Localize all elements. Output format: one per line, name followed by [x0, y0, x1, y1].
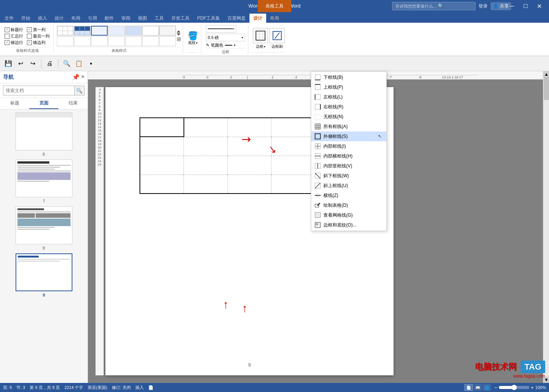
- table-style-12[interactable]: [125, 36, 142, 46]
- zoom-handle[interactable]: [511, 385, 517, 390]
- print-button[interactable]: 🖨: [44, 58, 55, 69]
- tab-insert[interactable]: 插入: [34, 14, 51, 23]
- tab-baidu[interactable]: 百度网盘: [224, 14, 249, 23]
- tab-file[interactable]: 文件: [1, 14, 17, 23]
- table-style-13[interactable]: [142, 36, 159, 46]
- table-style-3[interactable]: [91, 26, 108, 36]
- table-style-9[interactable]: [74, 36, 91, 46]
- page-thumb-8[interactable]: 8: [3, 206, 85, 250]
- sidebar-nav-headings[interactable]: 标题: [0, 98, 29, 109]
- shading-dropdown-arrow[interactable]: ▾: [196, 41, 198, 45]
- menu-item-inner-horizontal[interactable]: 内部横框线(H): [311, 151, 386, 161]
- menu-item-draw-table[interactable]: 绘制表格(D): [311, 200, 386, 210]
- table-style-10[interactable]: [91, 36, 108, 46]
- save-button[interactable]: 💾: [3, 58, 14, 69]
- check-last-col[interactable]: 最后一列: [27, 33, 50, 39]
- scroll-track[interactable]: [543, 77, 549, 377]
- close-button[interactable]: ✕: [532, 0, 546, 12]
- sidebar-close-btn[interactable]: ×: [81, 73, 85, 81]
- shading-button[interactable]: 🪣 底纹 ▾: [188, 32, 198, 45]
- read-mode-btn[interactable]: 📖: [474, 384, 482, 391]
- menu-item-horizontal-line[interactable]: 横线(Z): [311, 191, 386, 200]
- menu-item-border-left[interactable]: 左框线(L): [311, 92, 386, 102]
- table-style-8[interactable]: [57, 36, 74, 46]
- zoom-slider[interactable]: [499, 386, 529, 389]
- border-dropdown-icon[interactable]: ▾: [264, 45, 265, 48]
- check-banded-cols[interactable]: ✓ 镶边列: [27, 40, 50, 45]
- menu-item-no-border[interactable]: 无框线(N): [311, 112, 386, 122]
- menu-item-outer-border[interactable]: 外侧框线(S) ↖: [311, 131, 386, 141]
- restore-button[interactable]: ☐: [519, 0, 532, 12]
- redo-button[interactable]: ↪: [27, 58, 38, 69]
- tab-view[interactable]: 视图: [134, 14, 151, 23]
- print-layout-btn[interactable]: 📄: [464, 384, 473, 391]
- check-first-col-box[interactable]: ✓: [27, 27, 32, 32]
- menu-item-all-borders[interactable]: 所有框线(A): [311, 122, 386, 131]
- border-size-selector[interactable]: 0.5 磅 ▾: [206, 34, 245, 41]
- format-button[interactable]: 📋: [74, 58, 84, 69]
- zoom-out-btn[interactable]: −: [494, 384, 497, 390]
- share-btn[interactable]: 👤 共享: [491, 2, 511, 10]
- table-style-6[interactable]: [142, 26, 159, 36]
- check-header-row-box[interactable]: ✓: [5, 27, 9, 32]
- page-thumb-9[interactable]: 9: [3, 253, 85, 297]
- check-total-row-box[interactable]: [5, 34, 9, 39]
- web-layout-btn[interactable]: 🌐: [483, 384, 491, 391]
- search-input[interactable]: [3, 86, 74, 95]
- pen-color-arrow[interactable]: ▾: [234, 44, 235, 47]
- check-banded-cols-box[interactable]: ✓: [27, 40, 32, 45]
- tab-home[interactable]: 开始: [17, 14, 34, 23]
- tab-design-main[interactable]: 设计: [51, 14, 67, 23]
- tab-table-design[interactable]: 设计: [249, 14, 266, 23]
- scroll-bottom-btn[interactable]: ▼: [543, 377, 549, 383]
- pen-color-button[interactable]: ✎ 笔颜色 ▾: [206, 42, 245, 48]
- table-style-11[interactable]: [108, 36, 125, 46]
- view-button[interactable]: 🔍: [61, 58, 72, 69]
- check-last-col-box[interactable]: [27, 34, 32, 39]
- scroll-top-btn[interactable]: ▲: [543, 71, 549, 77]
- tab-developer[interactable]: 开发工具: [168, 14, 193, 23]
- sidebar-nav-results[interactable]: 结果: [58, 98, 88, 109]
- scroll-thumb[interactable]: [544, 77, 549, 100]
- customize-toolbar-btn[interactable]: ▾: [86, 58, 96, 69]
- table-style-7[interactable]: [159, 26, 176, 36]
- page-thumb-6[interactable]: 6: [3, 112, 85, 156]
- tab-pdf[interactable]: PDF工具集: [193, 14, 224, 23]
- menu-item-border-right[interactable]: 右框线(R): [311, 102, 386, 112]
- check-banded-rows[interactable]: ✓ 镶边行: [5, 40, 23, 45]
- tab-references[interactable]: 引用: [84, 14, 101, 23]
- tab-tools[interactable]: 工具: [151, 14, 168, 23]
- tab-review[interactable]: 审阅: [118, 14, 134, 23]
- tab-layout-main[interactable]: 布局: [67, 14, 84, 23]
- menu-item-border-top[interactable]: 上框线(P): [311, 82, 386, 92]
- page-thumb-7[interactable]: 7: [3, 159, 85, 203]
- menu-item-diag-up[interactable]: 斜上框线(U): [311, 181, 386, 191]
- menu-item-view-gridlines[interactable]: 查看网格线(G): [311, 210, 386, 220]
- menu-item-inner-vertical[interactable]: 内部竖框线(V): [311, 161, 386, 171]
- check-first-col[interactable]: ✓ 第一列: [27, 27, 50, 33]
- tab-mail[interactable]: 邮件: [101, 14, 118, 23]
- sidebar-pin-btn[interactable]: 📌: [72, 73, 80, 81]
- menu-item-border-bottom[interactable]: 下框线(B): [311, 72, 386, 82]
- tab-table-layout[interactable]: 布局: [266, 14, 283, 23]
- menu-item-inner-border[interactable]: 内部框线(I): [311, 141, 386, 151]
- check-total-row[interactable]: 汇总行: [5, 33, 23, 39]
- table-style-scroll[interactable]: ⊞: [177, 30, 181, 42]
- zoom-in-btn[interactable]: +: [531, 384, 534, 390]
- table-style-4[interactable]: [108, 26, 125, 36]
- border-style-selector[interactable]: ▾: [206, 25, 236, 33]
- expand-icon[interactable]: ⊞: [177, 36, 181, 42]
- table-style-2[interactable]: [74, 26, 91, 36]
- check-header-row[interactable]: ✓ 标题行: [5, 27, 23, 33]
- table-style-5[interactable]: [125, 26, 142, 36]
- border-brush-button[interactable]: 边框刷: [270, 28, 285, 49]
- border-button[interactable]: 边框 ▾: [253, 28, 268, 49]
- check-banded-rows-box[interactable]: ✓: [5, 40, 9, 45]
- table-style-1[interactable]: [57, 26, 74, 36]
- login-btn[interactable]: 登录: [478, 3, 488, 9]
- sidebar-nav-pages[interactable]: 页面: [29, 98, 58, 109]
- search-bar[interactable]: 告诉我您想要做什么... 🔍: [392, 2, 475, 10]
- menu-item-borders-shading[interactable]: 边框和底纹(O)...: [311, 220, 386, 230]
- table-style-14[interactable]: [159, 36, 176, 46]
- menu-item-diag-down[interactable]: 斜下框线(W): [311, 171, 386, 181]
